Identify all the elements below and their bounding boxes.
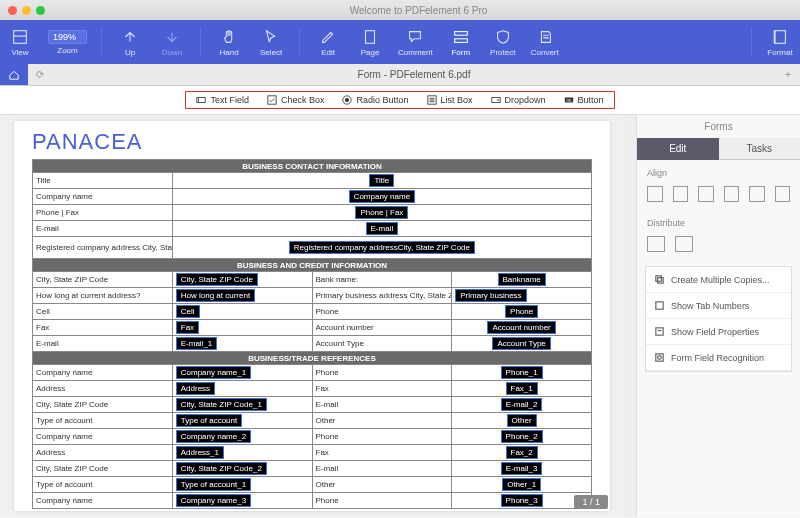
- form-field[interactable]: City, State ZIP Code_1: [176, 398, 267, 411]
- svg-rect-24: [656, 354, 663, 361]
- form-field[interactable]: Company name_1: [176, 366, 251, 379]
- show-field-properties[interactable]: Show Field Properties: [646, 319, 791, 345]
- form-field[interactable]: Registered company addressCity, State ZI…: [289, 241, 475, 254]
- zoom-tool[interactable]: 199% Zoom: [48, 30, 87, 55]
- form-field[interactable]: Address: [176, 382, 215, 395]
- form-field[interactable]: City, State ZIP Code: [176, 273, 258, 286]
- check-box-tool[interactable]: Check Box: [267, 95, 325, 105]
- form-field[interactable]: E-mail_3: [501, 462, 543, 475]
- radio-button-tool[interactable]: Radio Button: [342, 95, 408, 105]
- form-actions-list: Create Multiple Copies... Show Tab Numbe…: [645, 266, 792, 372]
- align-bottom-icon[interactable]: [775, 186, 791, 202]
- minimize-window-button[interactable]: [22, 6, 31, 15]
- distribute-tools: [637, 232, 800, 260]
- align-center-icon[interactable]: [673, 186, 689, 202]
- comment-tool[interactable]: Comment: [398, 28, 433, 57]
- align-top-icon[interactable]: [724, 186, 740, 202]
- form-field[interactable]: Phone_3: [501, 494, 543, 507]
- list-box-tool[interactable]: List Box: [427, 95, 473, 105]
- svg-rect-22: [656, 328, 663, 335]
- pdf-page: PANACEA BUSINESS CONTACT INFORMATION Tit…: [14, 121, 610, 511]
- zoom-select[interactable]: 199%: [48, 30, 87, 44]
- document-viewport[interactable]: PANACEA BUSINESS CONTACT INFORMATION Tit…: [0, 115, 624, 517]
- svg-rect-5: [775, 30, 786, 43]
- format-tool[interactable]: Format: [766, 28, 794, 57]
- traffic-lights: [8, 6, 45, 15]
- dropdown-tool[interactable]: Dropdown: [491, 95, 546, 105]
- up-tool[interactable]: Up: [116, 28, 144, 57]
- form-field[interactable]: Company name_3: [176, 494, 251, 507]
- show-tab-numbers[interactable]: Show Tab Numbers: [646, 293, 791, 319]
- forms-panel: Forms Edit Tasks Align Distribute Create…: [636, 115, 800, 517]
- align-left-icon[interactable]: [647, 186, 663, 202]
- form-field[interactable]: Primary business: [455, 289, 526, 302]
- form-field[interactable]: Fax: [176, 321, 199, 334]
- form-field[interactable]: Cell: [176, 305, 200, 318]
- align-middle-icon[interactable]: [749, 186, 765, 202]
- form-field[interactable]: Fax_2: [506, 446, 538, 459]
- align-tools: [637, 182, 800, 210]
- svg-text:OK: OK: [566, 99, 572, 103]
- hand-tool[interactable]: Hand: [215, 28, 243, 57]
- page-tool[interactable]: Page: [356, 28, 384, 57]
- home-tab[interactable]: [0, 64, 28, 85]
- protect-tool[interactable]: Protect: [489, 28, 517, 57]
- form-field[interactable]: Title: [369, 174, 394, 187]
- close-window-button[interactable]: [8, 6, 17, 15]
- edit-tool[interactable]: Edit: [314, 28, 342, 57]
- view-tool[interactable]: View: [6, 28, 34, 57]
- form-tools-bar: Text Field Check Box Radio Button List B…: [0, 86, 800, 115]
- form-field[interactable]: Fax_1: [506, 382, 538, 395]
- scrollbar[interactable]: [624, 115, 636, 517]
- document-brand: PANACEA: [32, 129, 592, 155]
- svg-rect-3: [454, 31, 467, 35]
- form-field[interactable]: Phone_1: [501, 366, 543, 379]
- form-field[interactable]: E-mail_1: [176, 337, 218, 350]
- form-field[interactable]: Phone | Fax: [355, 206, 408, 219]
- distribute-vertical-icon[interactable]: [675, 236, 693, 252]
- convert-tool[interactable]: Convert: [531, 28, 559, 57]
- svg-rect-19: [656, 276, 662, 282]
- window-titlebar: Welcome to PDFelement 6 Pro: [0, 0, 800, 20]
- page-indicator: 1 / 1: [574, 495, 608, 509]
- form-field[interactable]: Company name: [349, 190, 415, 203]
- select-tool[interactable]: Select: [257, 28, 285, 57]
- form-field[interactable]: Other: [507, 414, 537, 427]
- svg-rect-7: [197, 98, 205, 103]
- form-field[interactable]: Account Type: [492, 337, 550, 350]
- form-field[interactable]: E-mail: [366, 222, 399, 235]
- document-tab[interactable]: Form - PDFelement 6.pdf: [52, 69, 776, 80]
- form-field[interactable]: Bankname: [498, 273, 546, 286]
- panel-tab-edit[interactable]: Edit: [637, 138, 719, 160]
- form-field[interactable]: Type of account: [176, 414, 242, 427]
- create-multiple-copies[interactable]: Create Multiple Copies...: [646, 267, 791, 293]
- form-tool[interactable]: Form: [447, 28, 475, 57]
- main-toolbar: View 199% Zoom Up Down Hand Select Edit …: [0, 20, 800, 64]
- new-tab-button[interactable]: +: [776, 69, 800, 80]
- form-field[interactable]: Type of account_1: [176, 478, 251, 491]
- form-field[interactable]: Address_1: [176, 446, 224, 459]
- panel-tab-tasks[interactable]: Tasks: [719, 138, 801, 160]
- svg-rect-0: [14, 30, 27, 43]
- svg-rect-4: [454, 38, 467, 42]
- reload-button[interactable]: ⟳: [28, 69, 52, 80]
- form-field[interactable]: Other_1: [502, 478, 541, 491]
- form-field-recognition[interactable]: Form Field Recognition: [646, 345, 791, 371]
- form-field[interactable]: How long at current: [176, 289, 255, 302]
- align-right-icon[interactable]: [698, 186, 714, 202]
- distribute-section-label: Distribute: [637, 210, 800, 232]
- button-tool[interactable]: OKButton: [564, 95, 604, 105]
- svg-rect-21: [656, 302, 663, 309]
- form-field[interactable]: Company name_2: [176, 430, 251, 443]
- form-field[interactable]: Account number: [487, 321, 555, 334]
- form-field[interactable]: E-mail_2: [501, 398, 543, 411]
- svg-point-25: [658, 356, 662, 360]
- form-field[interactable]: Phone_2: [501, 430, 543, 443]
- text-field-tool[interactable]: Text Field: [196, 95, 249, 105]
- form-field[interactable]: City, State ZIP Code_2: [176, 462, 267, 475]
- down-tool[interactable]: Down: [158, 28, 186, 57]
- svg-rect-20: [658, 278, 664, 284]
- distribute-horizontal-icon[interactable]: [647, 236, 665, 252]
- maximize-window-button[interactable]: [36, 6, 45, 15]
- form-field[interactable]: Phone: [505, 305, 538, 318]
